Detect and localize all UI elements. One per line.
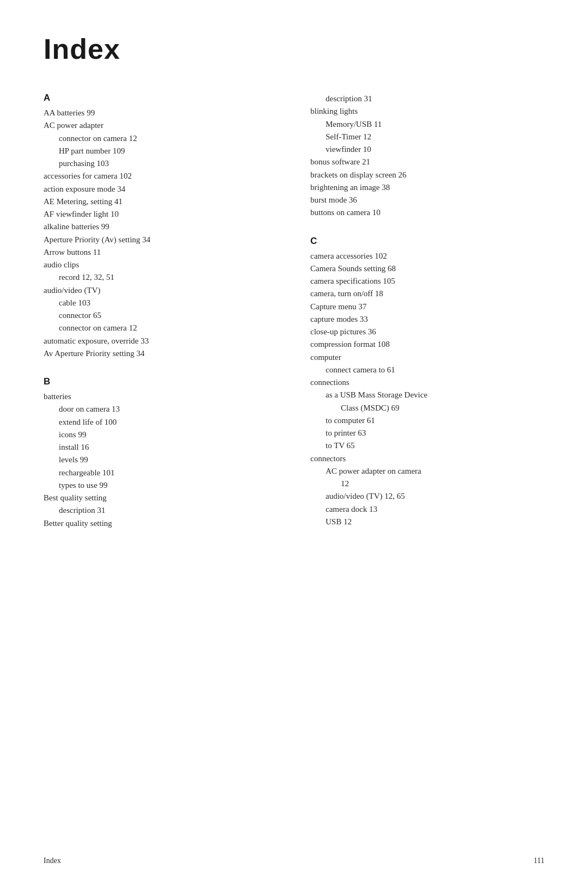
index-entry: Capture menu 37	[310, 301, 544, 313]
index-entry: Self-Timer 12	[310, 131, 544, 143]
index-entry: extend life of 100	[44, 416, 278, 429]
index-entry: camera specifications 105	[310, 275, 544, 287]
index-section: description 31blinking lightsMemory/USB …	[310, 93, 544, 219]
index-entry: brightening an image 38	[310, 181, 544, 194]
index-entry: to printer 63	[310, 427, 544, 439]
right-column: description 31blinking lightsMemory/USB …	[310, 93, 544, 546]
index-entry: icons 99	[44, 429, 278, 441]
index-entry: door on camera 13	[44, 403, 278, 415]
index-entry: levels 99	[44, 454, 278, 466]
index-entry: purchasing 103	[44, 157, 278, 170]
index-entry: connect camera to 61	[310, 364, 544, 376]
index-section: Ccamera accessories 102Camera Sounds set…	[310, 236, 544, 529]
page: Index AAA batteries 99AC power adapterco…	[0, 0, 588, 887]
index-entry: description 31	[44, 504, 278, 517]
index-entry: AF viewfinder light 10	[44, 208, 278, 221]
left-column: AAA batteries 99AC power adapterconnecto…	[44, 93, 278, 546]
section-letter: B	[44, 376, 278, 387]
index-entry: batteries	[44, 390, 278, 403]
index-entry: rechargeable 101	[44, 467, 278, 479]
index-entry: connector on camera 12	[44, 132, 278, 145]
index-entry: audio clips	[44, 259, 278, 271]
index-entry: bonus software 21	[310, 156, 544, 168]
index-columns: AAA batteries 99AC power adapterconnecto…	[44, 93, 544, 546]
index-entry: Class (MSDC) 69	[310, 402, 544, 414]
index-entry: connections	[310, 376, 544, 389]
index-entry: blinking lights	[310, 105, 544, 118]
index-entry: computer	[310, 351, 544, 364]
index-section: AAA batteries 99AC power adapterconnecto…	[44, 93, 278, 360]
index-entry: automatic exposure, override 33	[44, 335, 278, 347]
index-entry: connector 65	[44, 309, 278, 322]
index-entry: action exposure mode 34	[44, 183, 278, 195]
index-entry: connector on camera 12	[44, 322, 278, 334]
index-entry: camera dock 13	[310, 503, 544, 516]
index-entry: to TV 65	[310, 439, 544, 452]
page-title: Index	[44, 33, 544, 65]
index-entry: audio/video (TV)	[44, 284, 278, 297]
index-entry: brackets on display screen 26	[310, 169, 544, 181]
index-entry: buttons on camera 10	[310, 206, 544, 219]
index-section: Bbatteriesdoor on camera 13extend life o…	[44, 376, 278, 530]
index-entry: Aperture Priority (Av) setting 34	[44, 234, 278, 246]
index-entry: close-up pictures 36	[310, 326, 544, 338]
index-entry: cable 103	[44, 297, 278, 309]
index-entry: AC power adapter on camera	[310, 465, 544, 478]
index-entry: camera accessories 102	[310, 250, 544, 262]
index-entry: AE Metering, setting 41	[44, 195, 278, 208]
index-entry: alkaline batteries 99	[44, 221, 278, 233]
index-entry: Arrow buttons 11	[44, 246, 278, 259]
index-entry: accessories for camera 102	[44, 170, 278, 182]
index-entry: connectors	[310, 452, 544, 465]
section-letter: A	[44, 93, 278, 103]
index-entry: USB 12	[310, 516, 544, 528]
index-entry: audio/video (TV) 12, 65	[310, 490, 544, 503]
footer-right: 111	[534, 857, 544, 865]
index-entry: capture modes 33	[310, 313, 544, 326]
index-entry: Better quality setting	[44, 517, 278, 530]
index-entry: Av Aperture Priority setting 34	[44, 347, 278, 360]
index-entry: as a USB Mass Storage Device	[310, 389, 544, 401]
index-entry: burst mode 36	[310, 194, 544, 206]
index-entry: Camera Sounds setting 68	[310, 262, 544, 275]
index-entry: Memory/USB 11	[310, 118, 544, 131]
index-entry: Best quality setting	[44, 492, 278, 504]
index-entry: AC power adapter	[44, 119, 278, 132]
index-entry: 12	[310, 478, 544, 490]
footer-left: Index	[44, 857, 61, 865]
index-entry: viewfinder 10	[310, 143, 544, 156]
index-entry: types to use 99	[44, 479, 278, 492]
index-entry: record 12, 32, 51	[44, 271, 278, 284]
index-entry: description 31	[310, 93, 544, 105]
page-footer: Index 111	[44, 857, 544, 865]
index-entry: compression format 108	[310, 338, 544, 351]
index-entry: AA batteries 99	[44, 107, 278, 119]
index-entry: to computer 61	[310, 414, 544, 427]
index-entry: camera, turn on/off 18	[310, 287, 544, 300]
index-entry: install 16	[44, 441, 278, 454]
section-letter: C	[310, 236, 544, 247]
index-entry: HP part number 109	[44, 145, 278, 157]
